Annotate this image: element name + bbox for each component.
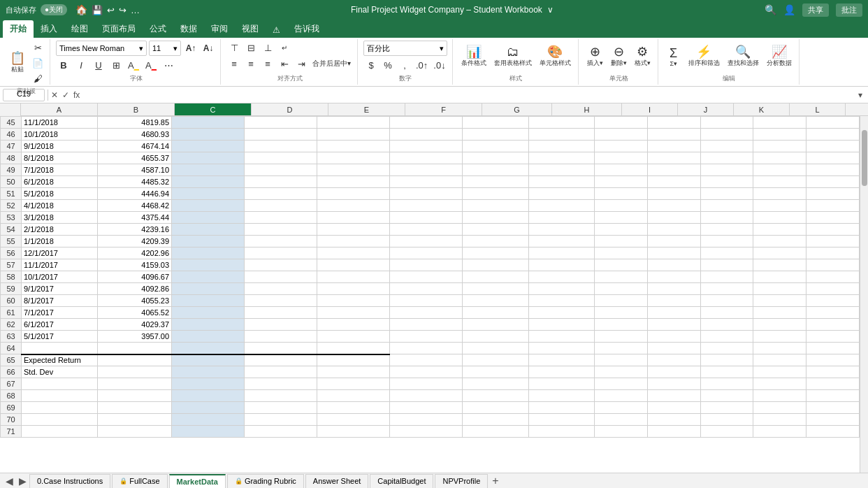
cell-L50[interactable]	[753, 176, 806, 188]
cell-I53[interactable]	[595, 212, 648, 224]
cell-C52[interactable]	[172, 200, 245, 212]
cell-G58[interactable]	[463, 271, 529, 283]
cell-M58[interactable]	[806, 271, 860, 283]
col-header-m[interactable]: M	[846, 103, 868, 116]
cell-C63[interactable]	[172, 331, 245, 343]
cell-K55[interactable]	[700, 236, 753, 247]
cell-M48[interactable]	[806, 152, 860, 164]
cell-D68[interactable]	[245, 390, 317, 402]
align-left-button[interactable]: ≡	[226, 57, 242, 71]
cell-C45[interactable]	[172, 117, 245, 129]
cell-B68[interactable]	[97, 390, 171, 402]
cell-J71[interactable]	[647, 426, 700, 438]
cell-G63[interactable]	[463, 331, 529, 343]
cell-G49[interactable]	[463, 164, 529, 176]
cell-B63[interactable]: 3957.00	[97, 331, 171, 343]
cell-J51[interactable]	[647, 188, 700, 200]
bold-button[interactable]: B	[56, 58, 71, 72]
cell-E46[interactable]	[317, 129, 390, 141]
cell-L47[interactable]	[753, 141, 806, 152]
cell-C56[interactable]	[172, 247, 245, 259]
row-number[interactable]: 60	[1, 295, 22, 307]
cell-J48[interactable]	[647, 152, 700, 164]
row-number[interactable]: 55	[1, 236, 22, 247]
cell-D48[interactable]	[245, 152, 317, 164]
cell-L61[interactable]	[753, 307, 806, 319]
search-icon[interactable]: 🔍	[765, 4, 776, 15]
cell-B47[interactable]: 4674.14	[97, 141, 171, 152]
cell-E55[interactable]	[317, 236, 390, 247]
insert-function-icon[interactable]: fx	[73, 90, 80, 100]
cell-B70[interactable]	[97, 414, 171, 426]
cell-M49[interactable]	[806, 164, 860, 176]
save-icon[interactable]: 💾	[92, 5, 103, 15]
cell-L65[interactable]	[753, 354, 806, 366]
cell-E52[interactable]	[317, 200, 390, 212]
align-top-button[interactable]: ⊤	[226, 41, 242, 55]
cell-A47[interactable]: 9/1/2018	[22, 141, 98, 152]
cell-G59[interactable]	[463, 283, 529, 295]
cell-M59[interactable]	[806, 283, 860, 295]
cell-L66[interactable]	[753, 366, 806, 378]
cell-B65[interactable]	[97, 354, 171, 366]
row-number[interactable]: 52	[1, 200, 22, 212]
row-number[interactable]: 57	[1, 259, 22, 271]
cell-E54[interactable]	[317, 224, 390, 236]
row-number[interactable]: 47	[1, 141, 22, 152]
cell-A56[interactable]: 12/1/2017	[22, 247, 98, 259]
cell-A66[interactable]: Std. Dev	[22, 366, 98, 378]
cell-D71[interactable]	[245, 426, 317, 438]
tab-home[interactable]: 开始	[3, 20, 34, 38]
cell-G47[interactable]	[463, 141, 529, 152]
cell-D55[interactable]	[245, 236, 317, 247]
cell-F67[interactable]	[390, 378, 463, 390]
vertical-scrollbar[interactable]	[860, 116, 868, 473]
cell-M62[interactable]	[806, 319, 860, 331]
cell-H49[interactable]	[528, 164, 595, 176]
cell-H66[interactable]	[528, 366, 595, 378]
cell-L55[interactable]	[753, 236, 806, 247]
row-number[interactable]: 48	[1, 152, 22, 164]
cell-D69[interactable]	[245, 402, 317, 414]
cell-H71[interactable]	[528, 426, 595, 438]
cell-A63[interactable]: 5/1/2017	[22, 331, 98, 343]
cell-E67[interactable]	[317, 378, 390, 390]
cell-G71[interactable]	[463, 426, 529, 438]
cell-L57[interactable]	[753, 259, 806, 271]
cell-B56[interactable]: 4202.96	[97, 247, 171, 259]
cell-M54[interactable]	[806, 224, 860, 236]
row-number[interactable]: 59	[1, 283, 22, 295]
sheet-tab-case-instructions[interactable]: 0.Case Instructions	[29, 474, 110, 488]
copy-button[interactable]: 📄	[30, 56, 45, 70]
font-color-button[interactable]: A_	[143, 58, 159, 72]
cell-K57[interactable]	[700, 259, 753, 271]
cell-I61[interactable]	[595, 307, 648, 319]
cell-J68[interactable]	[647, 390, 700, 402]
cell-F61[interactable]	[390, 307, 463, 319]
cell-G56[interactable]	[463, 247, 529, 259]
cell-J70[interactable]	[647, 414, 700, 426]
cell-L70[interactable]	[753, 414, 806, 426]
cell-M61[interactable]	[806, 307, 860, 319]
cell-I48[interactable]	[595, 152, 648, 164]
col-header-h[interactable]: H	[552, 103, 622, 116]
cell-I63[interactable]	[595, 331, 648, 343]
cell-M56[interactable]	[806, 247, 860, 259]
cell-K49[interactable]	[700, 164, 753, 176]
cell-J60[interactable]	[647, 295, 700, 307]
cell-C64[interactable]	[172, 343, 245, 354]
cell-D65[interactable]	[245, 354, 317, 366]
percent-button[interactable]: %	[380, 58, 396, 72]
cell-B64[interactable]	[97, 343, 171, 354]
row-number[interactable]: 46	[1, 129, 22, 141]
cell-G53[interactable]	[463, 212, 529, 224]
cell-B48[interactable]: 4655.37	[97, 152, 171, 164]
paste-button[interactable]: 📋 粘贴	[7, 50, 28, 76]
format-as-table-button[interactable]: 🗂 套用表格样式	[491, 44, 535, 69]
cell-E60[interactable]	[317, 295, 390, 307]
cell-E62[interactable]	[317, 319, 390, 331]
cell-D49[interactable]	[245, 164, 317, 176]
cell-D64[interactable]	[245, 343, 317, 354]
cell-A58[interactable]: 10/1/2017	[22, 271, 98, 283]
cell-L71[interactable]	[753, 426, 806, 438]
